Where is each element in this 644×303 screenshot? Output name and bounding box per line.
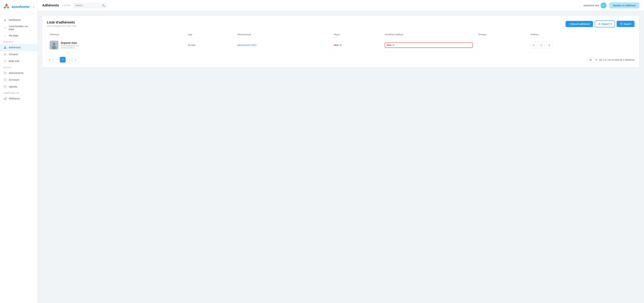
payer-badge: Non ⊕ [334, 44, 379, 47]
adherent-email: jdupond@gmail.com [61, 44, 80, 47]
first-page-btn[interactable]: « [47, 57, 53, 63]
svg-point-2 [7, 7, 9, 9]
card-title-block: Liste d'adhérents User management made e… [47, 21, 76, 27]
edit-icon: ✏ [4, 26, 7, 30]
logo-text: assohome [12, 5, 30, 9]
sidebar-item-groupes[interactable]: Groupes [0, 51, 37, 58]
col-abonnement: Abonnement [235, 32, 331, 38]
payer-plus-icon[interactable]: ⊕ [339, 44, 342, 47]
svg-rect-18 [5, 98, 6, 100]
svg-rect-19 [6, 97, 6, 100]
topbar-search-box[interactable]: 🔍 [73, 3, 107, 8]
main-area: Adhérents 1 TOTAL 🔍 assohome test a Ajou… [38, 0, 644, 303]
contact-section-label: CONTACT [0, 39, 37, 44]
sidebar-item-annonces[interactable]: Annonces [0, 76, 37, 83]
svg-point-4 [4, 47, 6, 48]
svg-point-0 [5, 4, 8, 6]
adherent-name: Dupond Jean [61, 41, 80, 44]
sidebar-item-statiques-label: Statitiques [9, 97, 20, 100]
table-row: Dupond Jean jdupond@gmail.com tel:061234… [47, 38, 634, 53]
sidebar-item-ma-page-label: Ma page [9, 34, 18, 37]
payer-cell: Non ⊕ [331, 38, 382, 53]
adherents-card: Liste d'adhérents User management made e… [42, 16, 639, 67]
sidebar-collapse-btn[interactable]: « [33, 5, 34, 9]
abonnement-link[interactable]: abonnement 2021 [238, 44, 256, 47]
stats-icon [4, 97, 7, 100]
app-container: assohome « ◆ Dashboard ✏ Créer/Modifier … [0, 0, 644, 303]
pagination-row: « ‹ 1 › » 30 50 100 De 1 à 1 sur un tota… [47, 57, 634, 63]
svg-point-29 [533, 45, 534, 46]
last-page-btn[interactable]: » [73, 57, 78, 63]
svg-point-25 [53, 43, 55, 46]
export-button[interactable]: Export ▾ [595, 21, 615, 27]
svg-rect-13 [4, 86, 6, 88]
sidebar-item-dashboard-label: Dashboard [9, 19, 20, 21]
sidebar-item-groupes-label: Groupes [9, 53, 18, 56]
next-page-btn[interactable]: › [66, 57, 72, 63]
delete-button[interactable] [546, 42, 552, 48]
prev-page-btn[interactable]: ‹ [53, 57, 59, 63]
logo-icon [3, 3, 10, 11]
sidebar-nav: ◆ Dashboard ✏ Créer/Modifier ma page ⌂ M… [0, 14, 37, 303]
adherents-icon [4, 46, 7, 49]
comptabilite-section-label: COMPTABILITÉ [0, 90, 37, 95]
abonnement-cell: abonnement 2021 [235, 38, 331, 53]
add-adherent-button[interactable]: Ajouter un adhérent [609, 3, 639, 9]
edit-button[interactable] [538, 42, 544, 48]
col-payer: Payer [331, 32, 382, 38]
groupe-cell [476, 38, 528, 53]
avatar: a [601, 3, 606, 8]
import-button[interactable]: Import [617, 21, 634, 27]
pagination-info: 30 50 100 De 1 à 1 sur un total de 1 adh… [587, 57, 634, 62]
current-page-btn[interactable]: 1 [60, 57, 66, 63]
export-label: Export [602, 23, 609, 25]
card-actions: + Nouvel adhérent Export ▾ [566, 21, 634, 27]
sidebar-item-abonnements-label: Abonnements [9, 72, 24, 74]
svg-point-5 [4, 54, 5, 54]
new-adherent-button[interactable]: + Nouvel adhérent [566, 21, 593, 27]
view-button[interactable] [530, 42, 536, 48]
sidebar-item-ma-page[interactable]: ⌂ Ma page [0, 32, 37, 39]
sidebar-item-creer-page-label: Créer/Modifier ma page [9, 25, 34, 31]
svg-point-3 [6, 6, 7, 8]
col-adherent: Adhérent [47, 32, 185, 38]
adherent-cell: Dupond Jean jdupond@gmail.com tel:061234… [47, 38, 185, 53]
sidebar: assohome « ◆ Dashboard ✏ Créer/Modifier … [0, 0, 38, 303]
card-header: Liste d'adhérents User management made e… [47, 21, 634, 27]
sidebar-item-creer-page[interactable]: ✏ Créer/Modifier ma page [0, 23, 37, 32]
topbar-title: Adhérents [42, 4, 59, 7]
import-icon [620, 23, 622, 25]
certificat-badge: Non ⊕ [385, 43, 473, 48]
topbar-user: assohome test a [584, 3, 606, 8]
actions-cell [528, 38, 634, 53]
sidebar-item-statiques[interactable]: Statitiques [0, 95, 37, 102]
adherent-info: Dupond Jean jdupond@gmail.com tel:061234… [61, 41, 80, 49]
col-age: Age [185, 32, 235, 38]
col-actions: Actions [528, 32, 634, 38]
per-page-select[interactable]: 30 50 100 [587, 57, 598, 62]
svg-rect-17 [4, 99, 4, 100]
svg-point-1 [4, 7, 6, 9]
home-icon: ⌂ [4, 34, 7, 37]
sidebar-item-adherents[interactable]: Adhérents [0, 44, 37, 51]
pagination: « ‹ 1 › » [47, 57, 78, 63]
action-buttons [530, 42, 632, 48]
search-input[interactable] [75, 4, 100, 7]
outils-section-label: OUTILS [0, 65, 37, 70]
groupes-icon [4, 53, 7, 56]
col-certificat: Certificat médical [382, 32, 476, 38]
sidebar-item-boite-mail[interactable]: ✉ Boite mail [0, 58, 37, 65]
sidebar-item-abonnements[interactable]: Abonnements [0, 70, 37, 76]
certificat-plus-icon[interactable]: ⊕ [392, 44, 394, 47]
certificat-cell: Non ⊕ [382, 38, 476, 53]
adherent-avatar [50, 41, 58, 50]
mail-icon: ✉ [4, 59, 7, 63]
sidebar-item-annonces-label: Annonces [9, 78, 19, 81]
sidebar-item-dashboard[interactable]: ◆ Dashboard [0, 17, 37, 23]
card-subtitle: User management made easy [47, 25, 76, 27]
sidebar-item-agenda[interactable]: Agenda [0, 83, 37, 90]
certificat-non-text: Non [387, 44, 391, 47]
sidebar-item-adherents-label: Adhérents [9, 46, 20, 49]
age-cell: 41 ans [185, 38, 235, 53]
adherent-tel: tel:0612345678 [61, 47, 80, 49]
